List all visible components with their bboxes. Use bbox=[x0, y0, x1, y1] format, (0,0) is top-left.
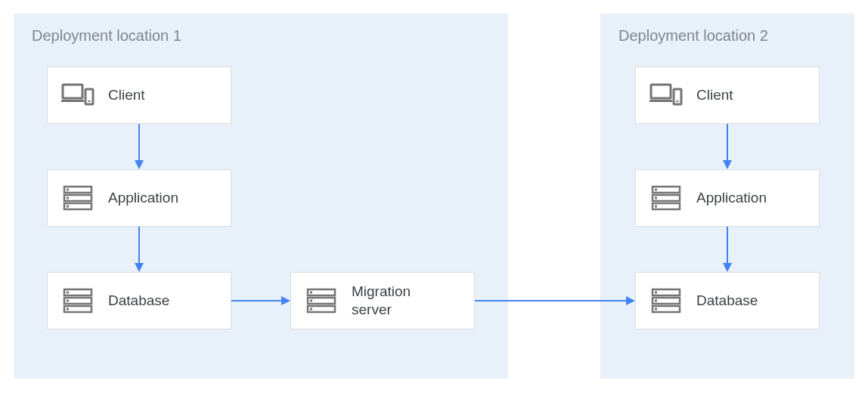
node-migration-server-label: Migration server bbox=[352, 283, 411, 319]
node-application-1-label: Application bbox=[108, 189, 178, 207]
svg-rect-33 bbox=[655, 292, 657, 294]
svg-rect-9 bbox=[67, 206, 69, 208]
server-rack-icon bbox=[61, 284, 95, 317]
svg-rect-0 bbox=[63, 85, 82, 98]
svg-rect-35 bbox=[655, 300, 657, 302]
svg-rect-7 bbox=[67, 197, 69, 199]
server-rack-icon bbox=[649, 284, 683, 317]
svg-rect-27 bbox=[655, 189, 657, 191]
node-client-1: Client bbox=[47, 66, 231, 124]
node-database-2-label: Database bbox=[696, 292, 758, 310]
svg-rect-1 bbox=[61, 100, 84, 102]
region-2-title: Deployment location 2 bbox=[618, 27, 836, 45]
node-application-1: Application bbox=[47, 169, 231, 227]
svg-rect-22 bbox=[651, 85, 671, 98]
server-rack-icon bbox=[305, 284, 338, 317]
svg-rect-15 bbox=[67, 308, 69, 311]
node-application-2-label: Application bbox=[696, 189, 767, 207]
node-database-2: Database bbox=[635, 272, 820, 329]
client-devices-icon bbox=[61, 79, 95, 112]
svg-rect-31 bbox=[655, 206, 657, 208]
svg-rect-19 bbox=[310, 300, 312, 302]
client-devices-icon bbox=[649, 79, 683, 112]
svg-rect-25 bbox=[677, 100, 679, 102]
region-1-title: Deployment location 1 bbox=[32, 27, 490, 45]
svg-rect-13 bbox=[67, 300, 69, 302]
node-migration-server: Migration server bbox=[290, 272, 475, 329]
svg-rect-5 bbox=[67, 189, 69, 191]
svg-rect-29 bbox=[655, 197, 657, 199]
server-rack-icon bbox=[61, 181, 95, 215]
svg-rect-11 bbox=[67, 292, 69, 294]
node-database-1-label: Database bbox=[108, 292, 169, 310]
svg-rect-3 bbox=[88, 100, 91, 102]
svg-rect-23 bbox=[649, 100, 672, 102]
node-client-2: Client bbox=[635, 66, 820, 124]
node-database-1: Database bbox=[47, 272, 231, 329]
node-client-2-label: Client bbox=[696, 86, 733, 104]
svg-rect-21 bbox=[310, 308, 312, 311]
svg-rect-37 bbox=[655, 308, 657, 311]
node-application-2: Application bbox=[635, 169, 820, 227]
node-client-1-label: Client bbox=[108, 86, 145, 104]
svg-rect-17 bbox=[310, 292, 312, 294]
server-rack-icon bbox=[649, 181, 683, 215]
